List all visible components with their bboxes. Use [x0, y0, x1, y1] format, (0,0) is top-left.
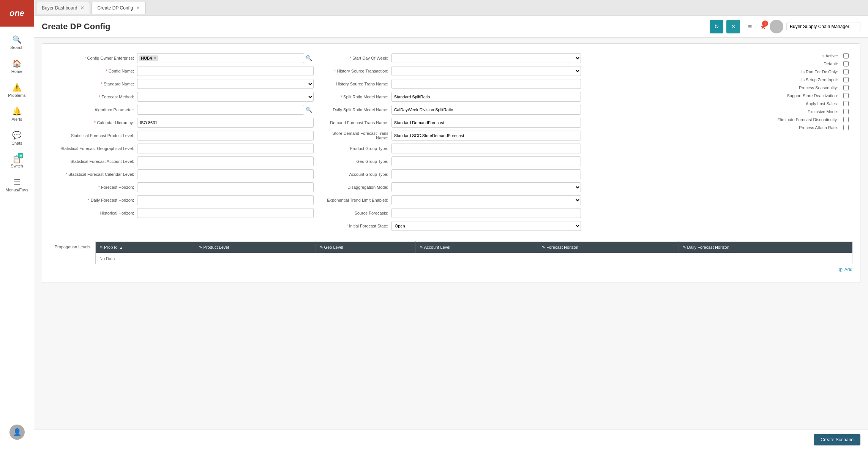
- geo-group-input[interactable]: [391, 156, 581, 166]
- split-ratio-input[interactable]: [391, 92, 581, 102]
- config-owner-search-button[interactable]: 🔍: [304, 54, 314, 62]
- sidebar-item-problems[interactable]: ⚠️ Problems: [0, 78, 34, 102]
- forecast-horizon-label: Forecast Horizon:: [54, 185, 137, 189]
- col-product-level[interactable]: ✎ Product Level: [195, 242, 316, 253]
- default-checkbox[interactable]: [843, 61, 849, 66]
- history-source-name-input[interactable]: [391, 79, 581, 89]
- is-run-for-dc-checkbox[interactable]: [843, 69, 849, 74]
- sidebar-avatar-item[interactable]: 👤: [9, 420, 25, 444]
- sidebar-item-switch[interactable]: 📋 ☰ Switch: [0, 150, 34, 173]
- eliminate-forecast-label: Eliminate Forecast Discontinuity:: [777, 117, 841, 122]
- process-attach-checkbox[interactable]: [843, 125, 849, 130]
- remove-tag-button[interactable]: ✕: [153, 56, 156, 61]
- tab-create-dp-config[interactable]: Create DP Config ✕: [92, 2, 146, 14]
- eliminate-forecast-row: Eliminate Forecast Discontinuity:: [589, 117, 849, 122]
- sidebar-item-label: Problems: [8, 93, 25, 98]
- product-group-input[interactable]: [391, 144, 581, 153]
- header-right: ↻ ✕ ≡ ★ ! Buyer Supply Chain Manager: [710, 20, 860, 33]
- daily-forecast-horizon-input[interactable]: [137, 195, 314, 205]
- sidebar-item-label: Switch: [11, 164, 23, 168]
- stat-geo-input[interactable]: [137, 144, 314, 153]
- create-scenario-button[interactable]: Create Scenario: [814, 434, 860, 445]
- support-store-checkbox[interactable]: [843, 93, 849, 98]
- search-icon: 🔍: [12, 35, 22, 44]
- close-tab-create-dp-config[interactable]: ✕: [136, 5, 140, 11]
- stat-geo-label: Statistical Forecast Geographical Level:: [54, 146, 137, 151]
- config-owner-tag-input[interactable]: HUB4 ✕: [137, 53, 304, 63]
- notification-bell[interactable]: ★ !: [760, 22, 767, 31]
- forecast-horizon-input[interactable]: [137, 182, 314, 192]
- bell-icon: 🔔: [12, 107, 22, 116]
- history-source-select[interactable]: [391, 66, 581, 76]
- stat-account-input[interactable]: [137, 156, 314, 166]
- config-name-row: Config Name:: [54, 66, 314, 76]
- config-name-input[interactable]: [137, 66, 314, 76]
- disaggregation-select[interactable]: [391, 182, 581, 192]
- tab-bar: Buyer Dashboard ✕ Create DP Config ✕: [34, 0, 868, 16]
- col-account-level[interactable]: ✎ Account Level: [416, 242, 538, 253]
- history-source-label: History Source Transaction:: [321, 69, 391, 73]
- sidebar-item-home[interactable]: 🏠 Home: [0, 54, 34, 78]
- source-forecasts-label: Source Forecasts:: [321, 211, 391, 215]
- store-demand-label: Store Demand Forecast Trans Name:: [321, 131, 391, 140]
- algorithm-search-button[interactable]: 🔍: [304, 106, 314, 114]
- daily-forecast-horizon-label: Daily Forecast Horizon:: [54, 198, 137, 202]
- initial-forecast-select[interactable]: Open: [391, 221, 581, 231]
- daily-split-input[interactable]: [391, 105, 581, 115]
- eliminate-forecast-checkbox[interactable]: [843, 117, 849, 122]
- edit-icon: ✎: [420, 245, 423, 249]
- user-role-select[interactable]: Buyer Supply Chain Manager: [786, 22, 860, 31]
- sidebar-item-chats[interactable]: 💬 Chats: [0, 126, 34, 150]
- col-prop-id[interactable]: ✎ Prop Id ▲: [96, 242, 195, 253]
- store-demand-input[interactable]: [391, 131, 581, 141]
- sidebar: one 🔍 Search 🏠 Home ⚠️ Problems 🔔 Alerts…: [0, 0, 34, 450]
- forecast-method-select[interactable]: [137, 92, 314, 102]
- stat-geo-row: Statistical Forecast Geographical Level:: [54, 144, 314, 153]
- product-group-label: Product Group Type:: [321, 146, 391, 151]
- is-active-checkbox[interactable]: [843, 53, 849, 58]
- is-setup-zero-checkbox[interactable]: [843, 77, 849, 82]
- source-forecasts-input[interactable]: [391, 208, 581, 218]
- col-daily-forecast-horizon[interactable]: ✎ Daily Forecast Horizon: [679, 242, 852, 253]
- split-ratio-row: Split Ratio Model Name:: [321, 92, 581, 102]
- exclusive-mode-label: Exclusive Mode:: [808, 109, 841, 114]
- demand-forecast-input[interactable]: [391, 118, 581, 128]
- start-day-label: Start Day Of Week:: [321, 56, 391, 60]
- historical-horizon-label: Historical Horizon:: [54, 211, 137, 215]
- start-day-row: Start Day Of Week:: [321, 53, 581, 63]
- start-day-select[interactable]: [391, 53, 581, 63]
- page-title: Create DP Config: [42, 22, 110, 32]
- form-section-left: Config Owner Enterprise: HUB4 ✕ 🔍: [50, 51, 317, 236]
- account-group-input[interactable]: [391, 169, 581, 179]
- propagation-label: Propagation Levels:: [50, 242, 95, 249]
- exclusive-mode-checkbox[interactable]: [843, 109, 849, 114]
- algorithm-parameter-input[interactable]: [137, 105, 304, 115]
- close-tab-buyer-dashboard[interactable]: ✕: [80, 5, 84, 11]
- demand-forecast-row: Demand Forecast Trans Name:: [321, 118, 581, 128]
- col-forecast-horizon[interactable]: ✎ Forecast Horizon: [538, 242, 679, 253]
- stat-calendar-row: Statistical Forecast Calendar Level:: [54, 169, 314, 179]
- menu-button[interactable]: ≡: [743, 20, 757, 33]
- stat-product-input[interactable]: [137, 131, 314, 141]
- sidebar-item-menus[interactable]: ☰ Menus/Favs: [0, 173, 34, 197]
- sidebar-item-search[interactable]: 🔍 Search: [0, 30, 34, 54]
- edit-icon: ✎: [683, 245, 686, 249]
- table-row-no-data: No Data: [96, 253, 852, 264]
- geo-group-row: Geo Group Type:: [321, 156, 581, 166]
- refresh-button[interactable]: ↻: [710, 20, 723, 33]
- apply-lost-sales-checkbox[interactable]: [843, 101, 849, 106]
- main-content: Buyer Dashboard ✕ Create DP Config ✕ Cre…: [34, 0, 868, 450]
- process-seasonality-checkbox[interactable]: [843, 85, 849, 90]
- calendar-hierarchy-input[interactable]: [137, 118, 314, 128]
- sidebar-item-alerts[interactable]: 🔔 Alerts: [0, 102, 34, 126]
- tab-buyer-dashboard[interactable]: Buyer Dashboard ✕: [36, 2, 90, 14]
- historical-horizon-input[interactable]: [137, 208, 314, 218]
- exponential-select[interactable]: [391, 195, 581, 205]
- stat-calendar-input[interactable]: [137, 169, 314, 179]
- standard-name-select[interactable]: [137, 79, 314, 89]
- form-grid: Config Owner Enterprise: HUB4 ✕ 🔍: [50, 51, 852, 236]
- close-page-button[interactable]: ✕: [726, 20, 740, 33]
- col-geo-level[interactable]: ✎ Geo Level: [316, 242, 416, 253]
- add-row[interactable]: ⊕ Add: [95, 264, 852, 275]
- tab-label: Create DP Config: [97, 5, 133, 11]
